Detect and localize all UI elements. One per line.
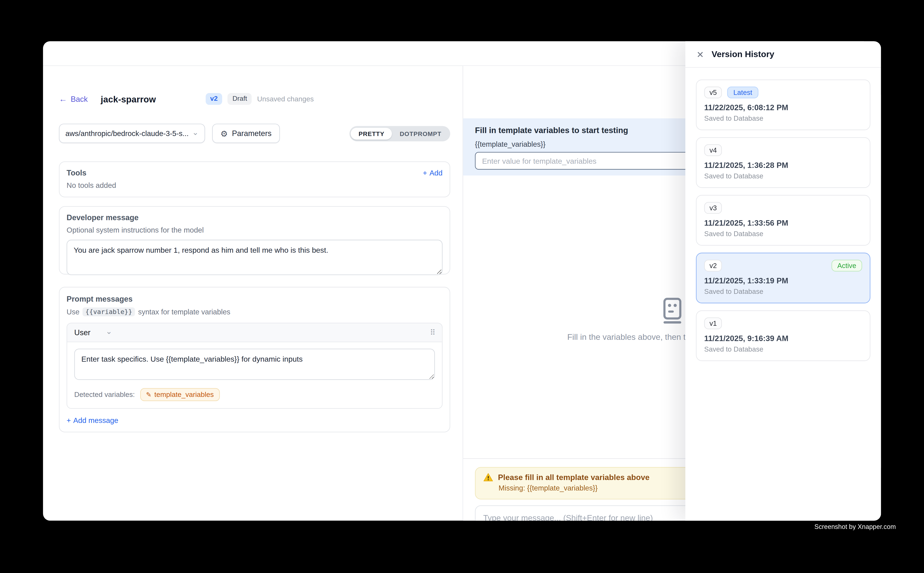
add-message-button[interactable]: + Add message [67,416,442,424]
message-role-header: User ⌄ ⠿ [67,323,442,342]
plus-icon: + [423,169,427,177]
detected-variables-row: Detected variables: ✎ template_variables [74,388,435,401]
version-number-badge: v3 [704,202,722,214]
gear-icon: ⚙ [220,129,227,138]
model-selector-value: aws/anthropic/bedrock-claude-3-5-s... [65,129,188,138]
version-timestamp: 11/21/2025, 1:36:28 PM [704,161,862,170]
version-history-title: Version History [712,50,775,59]
prompt-messages-title: Prompt messages [67,294,442,303]
parameters-label: Parameters [232,129,271,138]
developer-message-subtitle: Optional system instructions for the mod… [67,226,442,235]
version-card-v1[interactable]: v1 11/21/2025, 9:16:39 AM Saved to Datab… [696,310,871,361]
version-timestamp: 11/21/2025, 1:33:56 PM [704,219,862,227]
back-arrow-icon: ← [59,95,67,103]
warning-triangle-icon [483,473,493,482]
plus-icon: + [67,416,71,424]
version-timestamp: 11/21/2025, 9:16:39 AM [704,334,862,343]
version-card-v5[interactable]: v5 Latest 11/22/2025, 6:08:12 PM Saved t… [696,80,871,130]
role-selector-value: User [74,328,91,337]
version-card-v2-active[interactable]: v2 Active 11/21/2025, 1:33:19 PM Saved t… [696,253,871,303]
role-selector[interactable]: User ⌄ [74,328,112,337]
view-mode-toggle: PRETTY DOTPROMPT [350,126,450,141]
version-badge: v2 [206,93,223,105]
version-card-v4[interactable]: v4 11/21/2025, 1:36:28 PM Saved to Datab… [696,137,871,188]
model-selector[interactable]: aws/anthropic/bedrock-claude-3-5-s... ⌄ [59,124,205,143]
pencil-icon: ✎ [146,391,151,398]
developer-message-textarea[interactable]: You are jack sparrow number 1, respond a… [67,240,442,275]
prompt-messages-card: Prompt messages Use {{variable}} syntax … [59,287,450,432]
drag-handle-icon[interactable]: ⠿ [430,328,435,337]
chevron-down-icon: ⌄ [106,327,112,335]
version-status: Saved to Database [704,287,862,296]
editor-toolbar: aws/anthropic/bedrock-claude-3-5-s... ⌄ … [59,124,450,143]
draft-badge: Draft [227,93,252,105]
app-window: ← Back jack-sparrow v2 Draft Unsaved cha… [43,41,881,521]
version-number-badge: v2 [704,260,722,271]
variable-syntax-hint: Use {{variable}} syntax for template var… [67,307,442,316]
tools-title: Tools [67,169,86,177]
developer-message-title: Developer message [67,213,442,222]
app-content: ← Back jack-sparrow v2 Draft Unsaved cha… [43,66,881,521]
detected-variables-label: Detected variables: [74,390,135,399]
variable-syntax-code: {{variable}} [83,307,135,316]
document-header: ← Back jack-sparrow v2 Draft Unsaved cha… [59,92,450,106]
message-body: Enter task specifics. Use {{template_var… [67,342,442,408]
add-tool-label: Add [430,169,442,177]
version-timestamp: 11/22/2025, 6:08:12 PM [704,103,862,112]
header-badges: v2 Draft Unsaved changes [206,93,314,105]
tools-card: Tools + Add No tools added [59,161,450,197]
version-history-header: ✕ Version History [686,41,881,67]
detected-variable-name: template_variables [154,390,214,399]
version-status: Saved to Database [704,345,862,353]
toggle-pretty[interactable]: PRETTY [351,128,392,139]
prompt-editor-panel: ← Back jack-sparrow v2 Draft Unsaved cha… [43,66,463,521]
developer-message-card: Developer message Optional system instru… [59,206,450,274]
page-title: jack-sparrow [101,94,156,104]
version-status: Saved to Database [704,230,862,238]
add-message-label: Add message [73,416,118,424]
version-number-badge: v4 [704,144,722,156]
unsaved-changes-label: Unsaved changes [257,95,314,103]
detected-variable-chip[interactable]: ✎ template_variables [140,388,220,401]
parameters-button[interactable]: ⚙ Parameters [212,124,280,143]
back-label: Back [71,94,88,103]
hint-prefix: Use [67,308,79,316]
add-tool-button[interactable]: + Add [423,169,442,177]
screenshot-stage: ← Back jack-sparrow v2 Draft Unsaved cha… [0,0,924,573]
latest-badge: Latest [728,86,758,98]
hint-suffix: syntax for template variables [138,308,231,316]
version-number-badge: v5 [704,86,722,98]
version-status: Saved to Database [704,172,862,180]
warning-title: Please fill in all template variables ab… [498,473,649,482]
xnapper-watermark: Screenshot by Xnapper.com [814,523,896,530]
version-number-badge: v1 [704,317,722,329]
back-button[interactable]: ← Back [59,94,88,103]
active-badge: Active [831,260,862,271]
prompt-message-block: User ⌄ ⠿ Enter task specifics. Use {{tem… [67,323,442,409]
version-timestamp: 11/21/2025, 1:33:19 PM [704,276,862,285]
version-card-v3[interactable]: v3 11/21/2025, 1:33:56 PM Saved to Datab… [696,195,871,246]
version-history-panel: ✕ Version History v5 Latest 11/22/2025, … [686,41,881,521]
robot-icon [661,297,683,324]
user-message-textarea[interactable]: Enter task specifics. Use {{template_var… [74,349,435,380]
version-status: Saved to Database [704,114,862,122]
toggle-dotprompt[interactable]: DOTPROMPT [392,128,449,139]
version-list: v5 Latest 11/22/2025, 6:08:12 PM Saved t… [686,68,881,373]
chevron-down-icon: ⌄ [192,128,199,136]
close-icon[interactable]: ✕ [697,50,704,59]
tools-empty-text: No tools added [67,182,442,189]
